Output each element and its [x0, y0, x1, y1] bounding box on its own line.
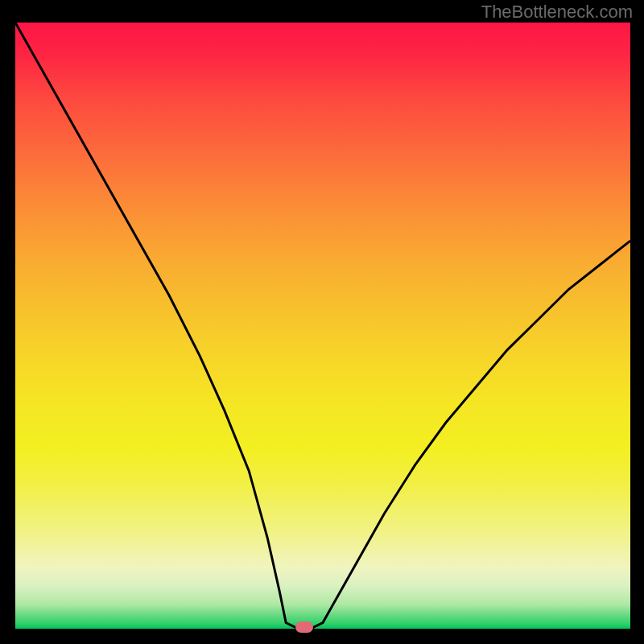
chart-frame: TheBottleneck.com — [0, 0, 644, 644]
bottleneck-curve — [15, 23, 630, 629]
watermark-text: TheBottleneck.com — [481, 2, 633, 23]
plot-area — [15, 23, 630, 629]
optimum-marker — [295, 621, 313, 633]
